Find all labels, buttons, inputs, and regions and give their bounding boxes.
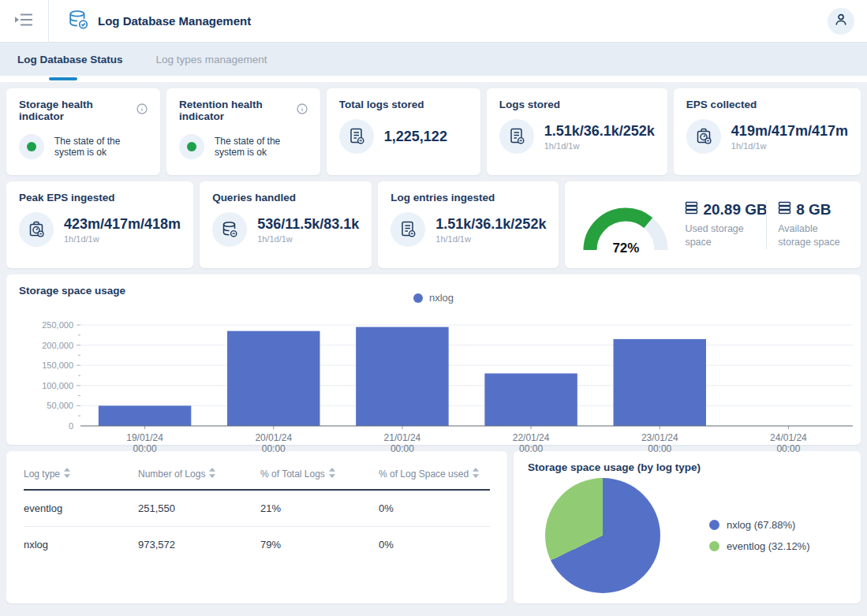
available-storage-label: Available storage space: [778, 222, 848, 249]
stat-value: 536/11.5k/83.1k: [257, 216, 359, 233]
card-queries-handled: Queries handled 536/11.5k/83.1k 1h/1d/1w: [200, 181, 372, 268]
card-title: Log entries ingested: [391, 192, 495, 203]
pie-chart[interactable]: [545, 478, 660, 593]
sidebar-toggle-button[interactable]: [0, 0, 49, 42]
user-icon: [834, 13, 848, 30]
pie-legend-item-nxlog[interactable]: nxlog (67.88%): [709, 519, 810, 531]
cell-pct-total-logs: 21%: [260, 490, 379, 527]
stat-value: 1.51k/36.1k/252k: [544, 123, 655, 140]
storage-stack-icon: [778, 201, 791, 218]
svg-text:00:00: 00:00: [391, 443, 414, 454]
svg-text:00:00: 00:00: [648, 443, 671, 454]
card-title: Peak EPS ingested: [19, 192, 115, 203]
card-retention-health: Retention health indicator The state of …: [166, 88, 320, 175]
cell-pct-log-space-used: 0%: [379, 527, 490, 563]
tab-log-types-management[interactable]: Log types management: [156, 54, 267, 65]
available-storage-value: 8 GB: [796, 201, 831, 218]
legend-label: eventlog (32.12%): [727, 540, 810, 552]
svg-text:00:00: 00:00: [776, 443, 800, 454]
stat-period: 1h/1d/1w: [544, 141, 655, 151]
column-header-number-of-logs[interactable]: Number of Logs: [138, 457, 260, 490]
cell-log-type: eventlog: [24, 490, 138, 527]
sort-icon: [329, 469, 335, 480]
legend-dot: [709, 541, 719, 551]
card-logs-stored: Logs stored 1.51k/36.1k/252k 1h/1d/1w: [487, 88, 667, 175]
stat-period: 1h/1d/1w: [731, 141, 848, 151]
svg-text:100,000: 100,000: [42, 381, 73, 390]
info-icon[interactable]: [297, 103, 308, 118]
svg-text:250,000: 250,000: [42, 320, 73, 330]
pie-legend-item-eventlog[interactable]: eventlog (32.12%): [709, 540, 810, 552]
tab-strip: [0, 76, 867, 82]
storage-stack-icon: [685, 201, 698, 218]
svg-text:24/01/24: 24/01/24: [770, 432, 807, 443]
svg-text:0: 0: [69, 421, 73, 431]
card-storage-gauge: 72% 20.89 GB Used storage space 8 GB: [565, 181, 861, 268]
available-storage-stat: 8 GB Available storage space: [778, 201, 848, 249]
card-eps-collected: EPS collected 419m/417m/417m 1h/1d/1w: [674, 88, 861, 175]
gauge-percent-label: 72%: [612, 241, 639, 256]
document-badge-icon: [391, 212, 425, 247]
sort-icon: [473, 469, 479, 480]
svg-text:21/01/24: 21/01/24: [384, 432, 421, 443]
bar-chart[interactable]: 050,000100,000150,000200,000250,00019/01…: [19, 319, 848, 457]
sort-icon: [64, 469, 70, 480]
stat-value: 419m/417m/417m: [731, 123, 848, 140]
svg-text:150,000: 150,000: [42, 360, 73, 370]
log-types-table: Log type Number of Logs % of Total Logs …: [24, 457, 490, 562]
stat-value: 423m/417m/418m: [64, 216, 181, 233]
legend-dot: [413, 293, 423, 303]
app-header: Log Database Management: [0, 0, 867, 43]
cell-log-type: nxlog: [24, 527, 138, 563]
used-storage-label: Used storage space: [685, 222, 755, 249]
used-storage-stat: 20.89 GB Used storage space: [685, 201, 755, 249]
main-content: Storage health indicator The state of th…: [0, 82, 867, 609]
status-dot-green: [187, 142, 196, 151]
status-dot-green: [27, 142, 36, 151]
stats-row-1: Storage health indicator The state of th…: [6, 88, 861, 175]
log-types-table-card: Log type Number of Logs % of Total Logs …: [6, 451, 507, 603]
svg-text:19/01/24: 19/01/24: [126, 432, 163, 443]
legend-label: nxlog: [429, 292, 454, 304]
card-title: Storage health indicator: [19, 99, 131, 122]
meter-badge-icon: [19, 212, 54, 247]
svg-text:23/01/24: 23/01/24: [641, 432, 678, 443]
table-header-row: Log type Number of Logs % of Total Logs …: [24, 457, 490, 490]
stat-period: 1h/1d/1w: [64, 234, 181, 244]
document-badge-icon: [339, 119, 374, 154]
tab-log-database-status[interactable]: Log Database Status: [17, 54, 123, 65]
status-text: The state of the system is ok: [215, 136, 308, 158]
bar-chart-legend-nxlog[interactable]: nxlog: [6, 292, 861, 304]
tab-bar: Log Database Status Log types management: [0, 43, 867, 76]
database-check-icon: [68, 9, 88, 33]
user-menu-button[interactable]: [828, 8, 854, 35]
used-storage-value: 20.89 GB: [703, 201, 767, 218]
svg-text:50,000: 50,000: [47, 401, 73, 410]
svg-text:00:00: 00:00: [133, 443, 157, 454]
info-icon[interactable]: [136, 103, 148, 118]
cell-number-of-logs: 973,572: [138, 527, 260, 563]
column-header-pct-log-space-used[interactable]: % of Log Space used: [379, 457, 490, 490]
pie-chart-title: Storage space usage (by log type): [528, 461, 701, 473]
card-title: Total logs stored: [339, 99, 424, 110]
database-badge-icon: [212, 212, 247, 247]
bottom-row: Log type Number of Logs % of Total Logs …: [6, 451, 861, 603]
card-storage-health: Storage health indicator The state of th…: [6, 88, 160, 175]
active-tab-indicator: [49, 77, 77, 80]
card-title: Retention health indicator: [179, 99, 291, 122]
page-title: Log Database Management: [98, 14, 251, 28]
column-header-pct-total-logs[interactable]: % of Total Logs: [260, 457, 379, 490]
card-storage-by-log-type: Storage space usage (by log type) nxlog …: [514, 451, 861, 603]
column-header-log-type[interactable]: Log type: [24, 457, 138, 490]
sidebar-toggle-icon: [14, 12, 35, 31]
card-peak-eps-ingested: Peak EPS ingested 423m/417m/418m 1h/1d/1…: [6, 181, 193, 268]
svg-text:00:00: 00:00: [262, 443, 286, 454]
stat-period: 1h/1d/1w: [435, 234, 546, 244]
stat-value: 1.51k/36.1k/252k: [435, 216, 546, 233]
card-title: Queries handled: [212, 192, 296, 203]
status-dot-background: [179, 134, 204, 159]
svg-text:22/01/24: 22/01/24: [513, 432, 550, 443]
cell-pct-log-space-used: 0%: [379, 490, 490, 527]
status-dot-background: [19, 134, 44, 159]
vertical-divider: [766, 200, 767, 249]
